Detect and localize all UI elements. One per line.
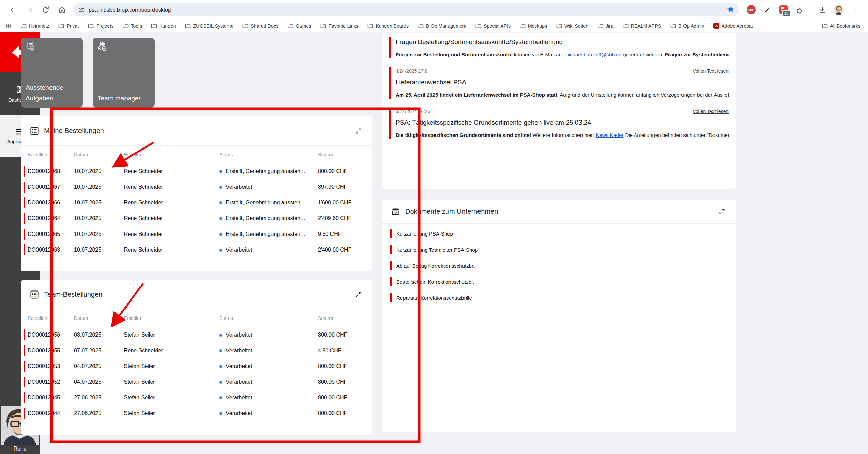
bookmark-label: Special APIs (484, 23, 511, 29)
news-bold-text: Die tätigkeitsspezifischen Grundsortimen… (396, 132, 531, 138)
bookmark-folder[interactable]: Jira (598, 23, 614, 29)
bookmark-folder[interactable]: Projects (88, 23, 114, 29)
profile-button[interactable] (832, 3, 845, 17)
bookmark-folder[interactable]: Wiki Seiten (556, 23, 588, 29)
order-row[interactable]: DO00012956 08.07.2025 Stefan Seiler Vera… (21, 327, 372, 343)
news-kader-link[interactable]: News Kader (596, 132, 624, 138)
documents-expand-button[interactable] (717, 207, 727, 217)
bookmark-folder[interactable]: Privat (58, 23, 79, 29)
tile-pending-tasks[interactable]: Ausstehende Aufgaben (21, 38, 83, 108)
folder-icon (320, 23, 326, 28)
news-read-more-link[interactable]: Vollen Text lesen (693, 68, 729, 74)
news-body: Fragen zur Bestellung und Sortimentsausk… (396, 52, 729, 57)
order-row[interactable]: DO00012952 04.07.2025 Stefan Seiler Vera… (21, 374, 372, 390)
bookmark-folder[interactable]: Kunden (151, 23, 176, 29)
bookmark-folder[interactable]: Shared Docs (242, 23, 278, 29)
order-row[interactable]: DO00012963 10.07.2025 Rene Schneider Ver… (21, 242, 372, 258)
bookmark-folder[interactable]: Tools (123, 23, 142, 29)
order-row[interactable]: DO00012944 27.06.2025 Stefan Seiler Vera… (21, 406, 372, 421)
extensions-button[interactable] (793, 3, 807, 17)
bookmark-folder[interactable]: REALM APPS (623, 23, 661, 29)
folder-icon (520, 23, 526, 28)
card-my-orders: Meine Bestellungen Bestellun. Datum Erst… (21, 116, 372, 271)
order-row[interactable]: DO00012953 04.07.2025 Stefan Seiler Vera… (21, 358, 372, 374)
order-row[interactable]: DO00012966 10.07.2025 Rene Schneider Ers… (21, 195, 372, 211)
news-text-part: können via E-Mail an: (513, 52, 565, 57)
reload-button[interactable] (39, 3, 53, 17)
bookmark-folder[interactable]: B-Op Admin (670, 23, 704, 29)
order-id: DO00012965 (28, 231, 74, 237)
status-dot-icon (219, 170, 222, 173)
my-orders-expand-button[interactable] (353, 126, 364, 136)
document-link[interactable]: Kurzanleitung PSA-Shop (390, 229, 728, 238)
bookmark-folder[interactable]: Kunden Boards (367, 23, 409, 29)
order-date: 04.07.2025 (74, 379, 124, 385)
order-creator: Rene Schneider (124, 231, 219, 237)
my-orders-column-headers: Bestellun. Datum Ersteller Status Summe (21, 146, 372, 164)
adblock-extension-button[interactable]: ABP (744, 3, 758, 17)
back-button[interactable] (6, 3, 20, 17)
bookmark-star-button[interactable] (727, 5, 735, 14)
bookmarks-separator (16, 23, 16, 29)
col-header-status: Status (219, 315, 318, 321)
order-creator: Rene Schneider (124, 184, 219, 190)
order-sum: 800.00 CHF (318, 363, 372, 369)
apps-grid-button[interactable] (5, 23, 12, 29)
bookmark-adobe-acrobat[interactable]: Adobe Acrobat (713, 23, 753, 29)
expand-icon (355, 291, 362, 298)
order-status-text: Verarbeitet (226, 395, 252, 401)
folder-icon (185, 23, 191, 28)
all-bookmarks-button[interactable]: All Bookmarks (822, 23, 860, 29)
status-dot-icon (219, 412, 222, 415)
order-row[interactable]: DO00012965 10.07.2025 Rene Schneider Ers… (21, 226, 372, 242)
bookmark-folder[interactable]: Special APIs (475, 23, 511, 29)
order-row[interactable]: DO00012968 10.07.2025 Rene Schneider Ers… (21, 164, 372, 179)
order-status-text: Erstellt, Genehmigung aussteh... (226, 168, 305, 174)
folder-icon (242, 23, 248, 28)
document-link[interactable]: Bestellschein Korrektionsschutzbr. (390, 277, 728, 286)
bookmark-folders: Heimnetz Privat Projects Tools Kunden (21, 23, 713, 29)
colorpicker-extension-button[interactable] (761, 3, 774, 17)
status-dot-icon (219, 249, 222, 252)
news-read-more-link[interactable]: Vollen Text lesen (693, 109, 729, 114)
order-status-text: Verarbeitet (226, 332, 252, 338)
document-link[interactable]: Reparatur Korrektionsschutzbrille (390, 293, 728, 302)
address-bar[interactable]: psa-int.sbb.b-op.com/bop-desktop (73, 3, 739, 16)
bookmark-folder[interactable]: ZUGSEIL Systeme (185, 23, 233, 29)
order-id: DO00012953 (28, 363, 74, 369)
order-status: Verarbeitet (219, 379, 318, 385)
order-row[interactable]: DO00012964 10.07.2025 Rene Schneider Ers… (21, 211, 372, 226)
order-status: Verarbeitet (219, 363, 318, 369)
bookmark-folder[interactable]: Mockups (520, 23, 547, 29)
bookmark-folder[interactable]: B-Op Management (418, 23, 466, 29)
status-dot-icon (219, 349, 222, 352)
order-date: 07.07.2025 (74, 347, 124, 354)
reload-icon (42, 6, 50, 14)
browser-menu-button[interactable] (848, 3, 862, 17)
news-date: 3/22/2024 16:26 (396, 109, 430, 114)
team-orders-expand-button[interactable] (353, 289, 364, 300)
bookmark-folder[interactable]: Games (288, 23, 311, 29)
downloads-button[interactable] (815, 3, 829, 17)
red-extension-button[interactable]: 15 (777, 3, 791, 17)
forward-button[interactable] (23, 3, 36, 17)
user-name-label: Rene (0, 446, 40, 452)
order-row[interactable]: DO00012945 27.06.2025 Stefan Seiler Vera… (21, 390, 372, 406)
bookmark-folder[interactable]: Heimnetz (21, 23, 49, 29)
news-body: Die tätigkeitsspezifischen Grundsortimen… (396, 132, 729, 138)
news-email-link[interactable]: michael.burren3@sbb.ch (564, 52, 621, 57)
app-content: Dashboard Applications Rene (0, 32, 868, 454)
bookmark-folder[interactable]: Favorite Links (320, 23, 358, 29)
order-date: 08.07.2025 (74, 332, 124, 338)
order-creator: Rene Schneider (124, 215, 219, 222)
document-link[interactable]: Kurzanleitung Teamleiter PSA-Shop (390, 245, 728, 254)
order-row[interactable]: DO00012967 10.07.2025 Rene Schneider Ver… (21, 179, 372, 195)
home-button[interactable] (55, 3, 69, 17)
order-row[interactable]: DO00012955 07.07.2025 Rene Schneider Ver… (21, 343, 372, 358)
tile-team-manager-band (93, 38, 155, 55)
document-link[interactable]: Ablauf Bezug Korrektionsschutzbr. (390, 261, 728, 270)
folder-icon (58, 23, 64, 28)
bookmark-label: Kunden (159, 23, 176, 29)
folder-icon (88, 23, 94, 28)
tile-team-manager[interactable]: Team manager (93, 38, 155, 108)
